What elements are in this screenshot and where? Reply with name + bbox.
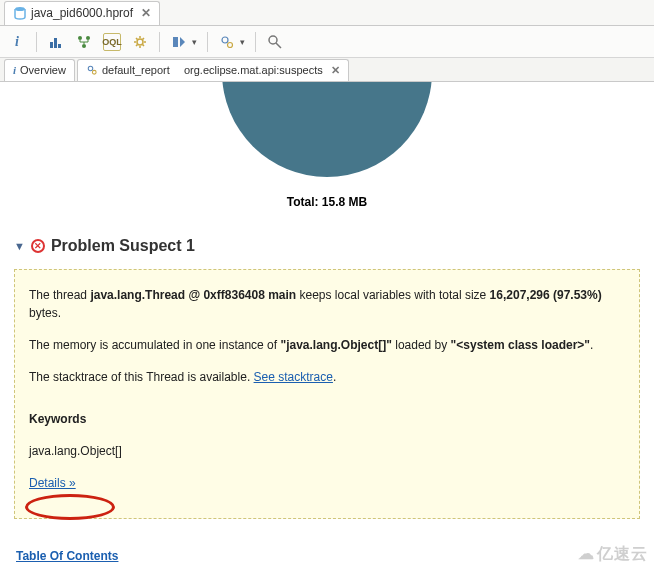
tab-label-right: org.eclipse.mat.api:suspects bbox=[184, 64, 323, 76]
close-icon[interactable]: ✕ bbox=[141, 6, 151, 20]
svg-rect-3 bbox=[58, 44, 61, 48]
file-tab-bar: java_pid6000.hprof ✕ bbox=[0, 0, 654, 26]
suspect-paragraph-2: The memory is accumulated in one instanc… bbox=[29, 336, 625, 354]
info-icon: i bbox=[13, 64, 16, 76]
svg-point-13 bbox=[92, 70, 96, 74]
cloud-icon: ☁ bbox=[578, 545, 595, 562]
tab-default-report[interactable]: default_report org.eclipse.mat.api:suspe… bbox=[77, 59, 349, 81]
separator bbox=[255, 32, 256, 52]
svg-point-12 bbox=[88, 66, 93, 71]
svg-point-7 bbox=[137, 39, 143, 45]
svg-rect-8 bbox=[173, 37, 178, 47]
pie-total-label: Total: 15.8 MB bbox=[287, 195, 367, 209]
pie-chart bbox=[222, 82, 432, 177]
dropdown-icon[interactable]: ▾ bbox=[240, 37, 245, 47]
info-icon[interactable]: i bbox=[8, 33, 26, 51]
separator bbox=[36, 32, 37, 52]
suspect-box: The thread java.lang.Thread @ 0xff836408… bbox=[14, 269, 640, 519]
pie-chart-area: Total: 15.8 MB bbox=[8, 82, 646, 209]
details-link[interactable]: Details » bbox=[29, 476, 76, 490]
tab-overview[interactable]: i Overview bbox=[4, 59, 75, 81]
suspect-paragraph-3: The stacktrace of this Thread is availab… bbox=[29, 368, 625, 386]
tab-label: Overview bbox=[20, 64, 66, 76]
svg-point-0 bbox=[15, 7, 25, 11]
svg-point-4 bbox=[78, 36, 82, 40]
svg-point-5 bbox=[86, 36, 90, 40]
oql-icon[interactable]: OQL bbox=[103, 33, 121, 51]
gears-small-icon bbox=[86, 64, 98, 76]
content-pane: Total: 15.8 MB ▼ ✕ Problem Suspect 1 The… bbox=[0, 82, 654, 571]
section-header: ▼ ✕ Problem Suspect 1 bbox=[14, 237, 646, 255]
search-icon[interactable] bbox=[266, 33, 284, 51]
svg-point-10 bbox=[228, 42, 233, 47]
histogram-icon[interactable] bbox=[47, 33, 65, 51]
toolbar: i OQL ▾ ▾ bbox=[0, 26, 654, 58]
table-of-contents: Table Of Contents bbox=[16, 549, 118, 563]
see-stacktrace-link[interactable]: See stacktrace bbox=[254, 370, 333, 384]
dropdown-icon[interactable]: ▾ bbox=[192, 37, 197, 47]
separator bbox=[207, 32, 208, 52]
db-icon bbox=[13, 6, 27, 20]
tab-label-left: default_report bbox=[102, 64, 170, 76]
svg-rect-2 bbox=[54, 38, 57, 48]
svg-point-9 bbox=[222, 37, 228, 43]
file-tab-hprof[interactable]: java_pid6000.hprof ✕ bbox=[4, 1, 160, 25]
svg-point-6 bbox=[82, 44, 86, 48]
tree-icon[interactable] bbox=[75, 33, 93, 51]
warning-icon: ✕ bbox=[31, 239, 45, 253]
file-tab-label: java_pid6000.hprof bbox=[31, 6, 133, 20]
chevron-down-icon[interactable]: ▼ bbox=[14, 240, 25, 252]
annotation-circle bbox=[25, 494, 115, 520]
separator bbox=[159, 32, 160, 52]
section-title: Problem Suspect 1 bbox=[51, 237, 195, 255]
gear-icon[interactable] bbox=[131, 33, 149, 51]
keywords-item: java.lang.Object[] bbox=[29, 442, 625, 460]
keywords-heading: Keywords bbox=[29, 410, 625, 428]
inner-tab-bar: i Overview default_report org.eclipse.ma… bbox=[0, 58, 654, 82]
run-icon[interactable] bbox=[170, 33, 188, 51]
watermark: ☁亿速云 bbox=[578, 544, 648, 565]
toc-link[interactable]: Table Of Contents bbox=[16, 549, 118, 563]
close-icon[interactable]: ✕ bbox=[331, 64, 340, 77]
svg-point-11 bbox=[269, 36, 277, 44]
gears-icon[interactable] bbox=[218, 33, 236, 51]
svg-rect-1 bbox=[50, 42, 53, 48]
suspect-paragraph-1: The thread java.lang.Thread @ 0xff836408… bbox=[29, 286, 625, 322]
